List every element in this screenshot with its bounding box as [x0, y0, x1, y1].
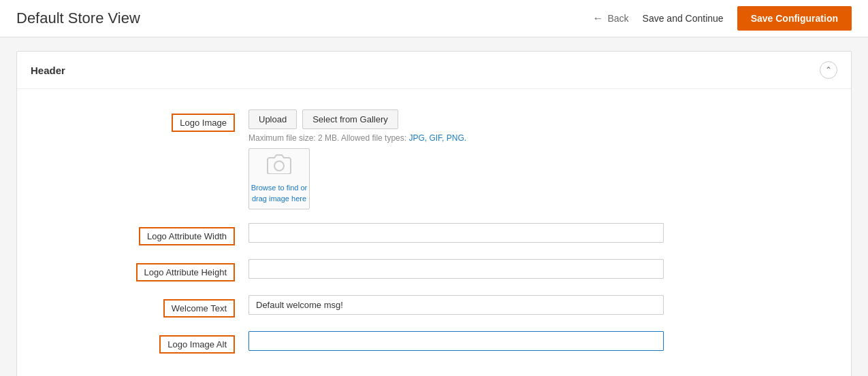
welcome-text-input[interactable]	[248, 295, 664, 315]
save-configuration-button[interactable]: Save Configuration	[737, 6, 852, 31]
welcome-text-control	[248, 295, 664, 315]
logo-height-label-cell: Logo Attribute Height	[31, 259, 248, 281]
logo-alt-control	[248, 331, 664, 351]
logo-alt-label-cell: Logo Image Alt	[31, 331, 248, 354]
logo-height-control	[248, 259, 664, 279]
back-label: Back	[607, 13, 628, 24]
logo-height-row: Logo Attribute Height	[17, 252, 851, 288]
svg-point-0	[274, 161, 284, 171]
gallery-button[interactable]: Select from Gallery	[302, 109, 398, 129]
welcome-text-label-cell: Welcome Text	[31, 295, 248, 318]
file-types: JPG, GIF, PNG.	[408, 133, 466, 143]
back-arrow-icon: ←	[592, 12, 603, 24]
logo-image-label-cell: Logo Image	[31, 109, 248, 132]
section-title: Header	[31, 65, 65, 76]
upload-button[interactable]: Upload	[248, 109, 297, 129]
header-section: Header ⌃ Logo Image Upload Select from G…	[16, 51, 852, 376]
logo-image-row: Logo Image Upload Select from Gallery Ma…	[17, 103, 851, 216]
welcome-text-row: Welcome Text	[17, 288, 851, 324]
topbar: Default Store View ← Back Save and Conti…	[0, 0, 868, 37]
welcome-text-label: Welcome Text	[163, 299, 235, 318]
logo-image-control: Upload Select from Gallery Maximum file …	[248, 109, 664, 209]
logo-width-row: Logo Attribute Width	[17, 216, 851, 252]
logo-height-label: Logo Attribute Height	[136, 263, 235, 281]
main-content: Header ⌃ Logo Image Upload Select from G…	[0, 37, 868, 376]
collapse-icon: ⌃	[825, 65, 832, 75]
save-continue-button[interactable]: Save and Continue	[643, 13, 724, 24]
file-info: Maximum file size: 2 MB. Allowed file ty…	[248, 133, 664, 143]
logo-width-control	[248, 223, 664, 243]
topbar-actions: ← Back Save and Continue Save Configurat…	[592, 6, 852, 31]
logo-alt-label: Logo Image Alt	[159, 335, 235, 354]
logo-width-label-cell: Logo Attribute Width	[31, 223, 248, 245]
logo-image-label: Logo Image	[172, 114, 235, 132]
back-link[interactable]: ← Back	[592, 12, 628, 24]
logo-width-input[interactable]	[248, 223, 664, 243]
collapse-button[interactable]: ⌃	[820, 61, 837, 79]
camera-icon	[267, 154, 291, 179]
logo-alt-row: Logo Image Alt	[17, 324, 851, 360]
drop-zone[interactable]: Browse to find ordrag image here	[248, 148, 310, 209]
logo-alt-input[interactable]	[248, 331, 664, 351]
section-header: Header ⌃	[17, 52, 851, 89]
upload-row: Upload Select from Gallery	[248, 109, 664, 129]
page-title: Default Store View	[16, 10, 140, 27]
logo-height-input[interactable]	[248, 259, 664, 279]
logo-width-label: Logo Attribute Width	[139, 227, 235, 245]
browse-text: Browse to find ordrag image here	[251, 183, 308, 204]
section-body: Logo Image Upload Select from Gallery Ma…	[17, 89, 851, 376]
